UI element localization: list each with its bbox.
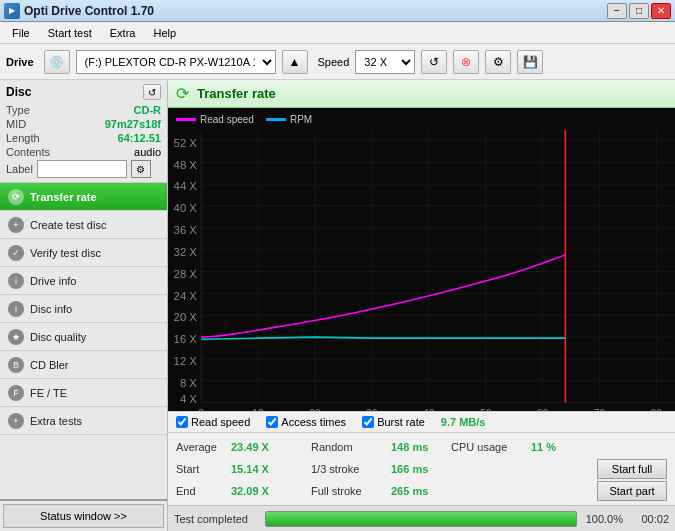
extra-tests-icon: +: [8, 413, 24, 429]
menu-help[interactable]: Help: [145, 25, 184, 41]
read-speed-checkbox[interactable]: [176, 416, 188, 428]
title-bar: Opti Drive Control 1.70 − □ ✕: [0, 0, 675, 22]
nav-create-test-disc[interactable]: + Create test disc: [0, 211, 167, 239]
nav-extra-tests-label: Extra tests: [30, 415, 82, 427]
svg-text:44 X: 44 X: [174, 180, 198, 192]
stats-row-3: End 32.09 X Full stroke 265 ms Start par…: [176, 480, 667, 502]
disc-type-value: CD-R: [134, 104, 162, 116]
refresh-button[interactable]: ↺: [421, 50, 447, 74]
title-buttons: − □ ✕: [607, 3, 671, 19]
svg-text:4 X: 4 X: [180, 393, 197, 405]
progress-percent: 100.0%: [583, 513, 623, 525]
drive-label: Drive: [6, 56, 34, 68]
access-times-checkbox[interactable]: [266, 416, 278, 428]
burst-rate-checkbox[interactable]: [362, 416, 374, 428]
start-value: 15.14 X: [231, 463, 291, 475]
cpu-value: 11 %: [531, 441, 571, 453]
chart-svg: 52 X 48 X 44 X 40 X 36 X 32 X 28 X 24 X …: [168, 130, 675, 411]
sidebar: Disc ↺ Type CD-R MID 97m27s18f Length 64…: [0, 80, 168, 531]
nav-verify-test-disc-label: Verify test disc: [30, 247, 101, 259]
svg-text:16 X: 16 X: [174, 333, 198, 345]
nav-cd-bler[interactable]: B CD Bler: [0, 351, 167, 379]
svg-text:10: 10: [252, 408, 264, 411]
menu-bar: File Start test Extra Help: [0, 22, 675, 44]
config-button[interactable]: ⚙: [485, 50, 511, 74]
nav-transfer-rate[interactable]: ⟳ Transfer rate: [0, 183, 167, 211]
drive-icon-btn[interactable]: 💿: [44, 50, 70, 74]
disc-length-label: Length: [6, 132, 40, 144]
save-button[interactable]: 💾: [517, 50, 543, 74]
chart-icon: ⟳: [176, 84, 189, 103]
access-times-ctrl: Access times: [266, 416, 346, 428]
cd-bler-icon: B: [8, 357, 24, 373]
average-value: 23.49 X: [231, 441, 291, 453]
start-label: Start: [176, 463, 231, 475]
eject-button[interactable]: ▲: [282, 50, 308, 74]
disc-info-icon: i: [8, 301, 24, 317]
stroke2-value: 265 ms: [391, 485, 451, 497]
random-value: 148 ms: [391, 441, 451, 453]
svg-text:32 X: 32 X: [174, 246, 198, 258]
nav-create-test-disc-label: Create test disc: [30, 219, 106, 231]
legend-rpm-label: RPM: [290, 114, 312, 125]
minimize-button[interactable]: −: [607, 3, 627, 19]
nav-drive-info-label: Drive info: [30, 275, 76, 287]
title-bar-left: Opti Drive Control 1.70: [4, 3, 154, 19]
svg-text:0: 0: [198, 408, 204, 411]
drive-select[interactable]: (F:) PLEXTOR CD-R PX-W1210A 1.10: [76, 50, 276, 74]
fe-te-icon: F: [8, 385, 24, 401]
nav-fe-te[interactable]: F FE / TE: [0, 379, 167, 407]
svg-text:48 X: 48 X: [174, 158, 198, 170]
disc-mid-label: MID: [6, 118, 26, 130]
legend-read-speed-label: Read speed: [200, 114, 254, 125]
menu-start-test[interactable]: Start test: [40, 25, 100, 41]
stats-row-2: Start 15.14 X 1/3 stroke 166 ms Start fu…: [176, 458, 667, 480]
burst-rate-value: 9.7 MB/s: [441, 416, 486, 428]
nav-verify-test-disc[interactable]: ✓ Verify test disc: [0, 239, 167, 267]
svg-text:60: 60: [537, 408, 549, 411]
svg-text:20 X: 20 X: [174, 311, 198, 323]
nav-disc-info[interactable]: i Disc info: [0, 295, 167, 323]
disc-label-btn[interactable]: ⚙: [131, 160, 151, 178]
svg-text:20: 20: [309, 408, 321, 411]
menu-extra[interactable]: Extra: [102, 25, 144, 41]
erase-button[interactable]: ⊗: [453, 50, 479, 74]
drive-info-icon: i: [8, 273, 24, 289]
close-button[interactable]: ✕: [651, 3, 671, 19]
disc-header: Disc ↺: [6, 84, 161, 100]
stroke1-value: 166 ms: [391, 463, 451, 475]
nav-drive-info[interactable]: i Drive info: [0, 267, 167, 295]
random-label: Random: [311, 441, 391, 453]
end-value: 32.09 X: [231, 485, 291, 497]
nav-items: ⟳ Transfer rate + Create test disc ✓ Ver…: [0, 183, 167, 499]
nav-disc-quality[interactable]: ★ Disc quality: [0, 323, 167, 351]
start-full-button[interactable]: Start full: [597, 459, 667, 479]
chart-header: ⟳ Transfer rate: [168, 80, 675, 108]
nav-extra-tests[interactable]: + Extra tests: [0, 407, 167, 435]
svg-text:24 X: 24 X: [174, 290, 198, 302]
verify-test-disc-icon: ✓: [8, 245, 24, 261]
burst-rate-ctrl: Burst rate: [362, 416, 425, 428]
svg-rect-0: [168, 130, 675, 411]
maximize-button[interactable]: □: [629, 3, 649, 19]
svg-text:12 X: 12 X: [174, 355, 198, 367]
menu-file[interactable]: File: [4, 25, 38, 41]
status-window-button[interactable]: Status window >>: [3, 504, 164, 528]
svg-text:52 X: 52 X: [174, 137, 198, 149]
svg-text:40: 40: [423, 408, 435, 411]
status-btn-wrap: Status window >>: [0, 499, 167, 531]
legend-rpm-color: [266, 118, 286, 121]
disc-label-row: Label ⚙: [6, 160, 161, 178]
disc-label-input[interactable]: [37, 160, 127, 178]
progress-time: 00:02: [629, 513, 669, 525]
read-speed-ctrl: Read speed: [176, 416, 250, 428]
speed-select[interactable]: 4 X8 X16 X24 X32 X40 X48 X52 XMax: [355, 50, 415, 74]
start-part-button[interactable]: Start part: [597, 481, 667, 501]
cpu-label: CPU usage: [451, 441, 531, 453]
disc-quality-icon: ★: [8, 329, 24, 345]
end-label: End: [176, 485, 231, 497]
status-text: Test completed: [174, 513, 259, 525]
disc-refresh-btn[interactable]: ↺: [143, 84, 161, 100]
nav-disc-info-label: Disc info: [30, 303, 72, 315]
disc-contents-label: Contents: [6, 146, 50, 158]
